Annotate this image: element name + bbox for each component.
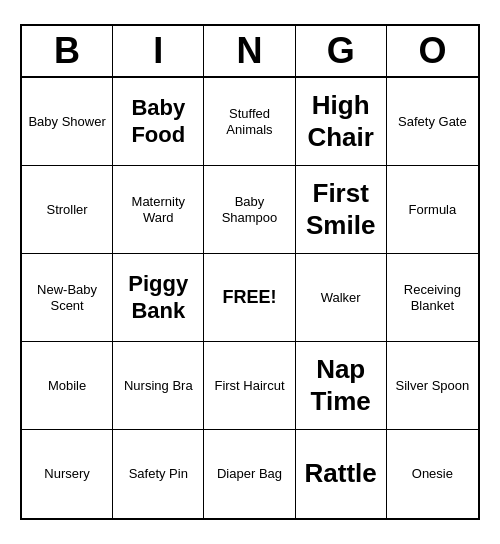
bingo-cell: Nursery xyxy=(22,430,113,518)
bingo-cell: Walker xyxy=(296,254,387,342)
header-letter: N xyxy=(204,26,295,76)
bingo-cell: First Haircut xyxy=(204,342,295,430)
bingo-cell: Rattle xyxy=(296,430,387,518)
bingo-cell: Baby Shampoo xyxy=(204,166,295,254)
bingo-cell: Formula xyxy=(387,166,478,254)
bingo-cell: Stroller xyxy=(22,166,113,254)
bingo-cell: First Smile xyxy=(296,166,387,254)
bingo-grid: Baby ShowerBaby FoodStuffed AnimalsHigh … xyxy=(22,78,478,518)
bingo-cell: Baby Shower xyxy=(22,78,113,166)
header-letter: G xyxy=(296,26,387,76)
header-letter: B xyxy=(22,26,113,76)
bingo-card: BINGO Baby ShowerBaby FoodStuffed Animal… xyxy=(20,24,480,520)
header-letter: I xyxy=(113,26,204,76)
bingo-cell: Baby Food xyxy=(113,78,204,166)
bingo-cell: FREE! xyxy=(204,254,295,342)
bingo-cell: Nursing Bra xyxy=(113,342,204,430)
bingo-cell: Maternity Ward xyxy=(113,166,204,254)
bingo-cell: Piggy Bank xyxy=(113,254,204,342)
bingo-cell: Safety Pin xyxy=(113,430,204,518)
bingo-cell: Mobile xyxy=(22,342,113,430)
bingo-cell: Silver Spoon xyxy=(387,342,478,430)
bingo-cell: Stuffed Animals xyxy=(204,78,295,166)
bingo-cell: Nap Time xyxy=(296,342,387,430)
bingo-cell: High Chair xyxy=(296,78,387,166)
bingo-cell: Onesie xyxy=(387,430,478,518)
bingo-cell: New-Baby Scent xyxy=(22,254,113,342)
header-letter: O xyxy=(387,26,478,76)
bingo-cell: Safety Gate xyxy=(387,78,478,166)
bingo-cell: Receiving Blanket xyxy=(387,254,478,342)
bingo-cell: Diaper Bag xyxy=(204,430,295,518)
bingo-header: BINGO xyxy=(22,26,478,78)
